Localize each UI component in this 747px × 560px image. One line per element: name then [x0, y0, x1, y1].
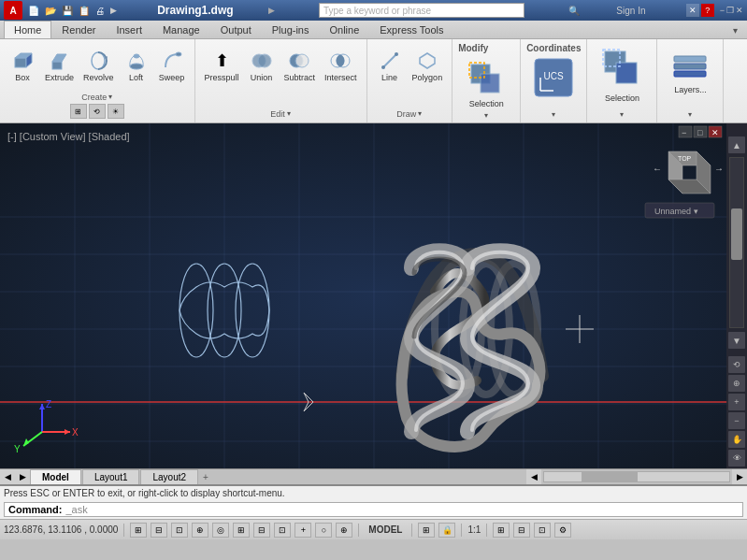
polar-btn[interactable]: ⊕ — [192, 523, 208, 538]
svg-rect-32 — [0, 123, 747, 468]
line-icon — [377, 48, 403, 74]
annotate-scale-btn[interactable]: ⊞ — [493, 523, 510, 538]
look-btn[interactable]: 👁 — [728, 450, 745, 467]
pan-down-btn[interactable]: ▼ — [728, 332, 745, 349]
sel-dropdown[interactable]: ▾ — [620, 110, 624, 119]
print-icon[interactable]: 🖨 — [95, 6, 105, 16]
transparency-btn[interactable]: ○ — [315, 523, 332, 538]
save-as-icon[interactable]: 📋 — [79, 6, 90, 16]
revolve-icon — [85, 48, 111, 74]
open-file-icon[interactable]: 📂 — [45, 6, 56, 16]
union-btn[interactable]: Union — [245, 45, 279, 86]
presspull-btn[interactable]: ⬆ Presspull — [201, 45, 243, 86]
nav-arrow-icon[interactable]: ▶ — [110, 6, 117, 15]
viewport-canvas[interactable]: Z X Y TOP ← → [-] [Custom View] [S — [0, 123, 747, 468]
snap-btn[interactable]: ⊞ — [130, 523, 147, 538]
wspace-btn[interactable]: ⊟ — [513, 523, 530, 538]
layers-dropdown[interactable]: ▾ — [688, 110, 692, 119]
lw-btn[interactable]: + — [294, 523, 311, 538]
svg-rect-31 — [674, 71, 706, 77]
zoom-out-btn[interactable]: − — [728, 412, 745, 429]
grid-btn[interactable]: ⊟ — [151, 523, 167, 538]
settings-btn[interactable]: ⚙ — [554, 523, 571, 538]
create-icon2[interactable]: ⟲ — [89, 104, 106, 119]
help-btn[interactable]: ? — [701, 4, 714, 17]
tab-area-scroll-right[interactable]: ▶ — [732, 469, 747, 484]
command-hint: _ask — [65, 504, 87, 515]
search-icon[interactable]: 🔍 — [568, 6, 580, 16]
model-mode[interactable]: MODEL — [365, 524, 406, 535]
tab-layout1[interactable]: Layout1 — [82, 469, 140, 484]
sweep-btn[interactable]: Sweep — [155, 45, 189, 86]
ducs-btn[interactable]: ⊟ — [253, 523, 270, 538]
box-btn[interactable]: Box — [6, 45, 39, 86]
horizontal-scrollbar[interactable] — [543, 471, 730, 482]
sign-in-btn[interactable]: Sign In — [616, 6, 645, 16]
draw-dropdown-arrow[interactable]: ▾ — [418, 109, 422, 118]
tab-home[interactable]: Home — [4, 21, 51, 38]
tab-insert[interactable]: Insert — [106, 21, 152, 38]
h-scrollbar-thumb[interactable] — [582, 472, 638, 481]
intersect-btn[interactable]: Intersect — [321, 45, 361, 86]
draw-group-label: Draw — [396, 109, 416, 119]
win-restore-btn[interactable]: ❐ — [726, 6, 734, 15]
scrollbar-thumb[interactable] — [731, 208, 742, 259]
tab-scroll-left-btn[interactable]: ◀ — [0, 469, 15, 484]
ortho-btn[interactable]: ⊡ — [171, 523, 188, 538]
revolve-btn[interactable]: Revolve — [79, 45, 118, 86]
coordinates-label: Coordinates — [526, 43, 581, 53]
scale-display: 1:1 — [467, 524, 481, 535]
zoom-in-btn[interactable]: + — [728, 394, 745, 410]
viewport-scale-btn[interactable]: ⊞ — [418, 523, 435, 538]
layers-btn[interactable]: Layers... — [665, 43, 715, 99]
create-icon1[interactable]: ⊞ — [70, 104, 87, 119]
loft-btn[interactable]: Loft — [120, 45, 153, 86]
viewport-lock-btn[interactable]: 🔒 — [438, 523, 455, 538]
selection-large-btn[interactable] — [593, 45, 651, 92]
svg-text:✕: ✕ — [711, 128, 719, 137]
new-file-icon[interactable]: 📄 — [28, 6, 39, 16]
ribbon-expand-btn[interactable]: ▾ — [727, 22, 743, 38]
zoom-btn[interactable]: ⊕ — [728, 375, 745, 392]
tab-manage[interactable]: Manage — [152, 21, 210, 38]
tab-layout2[interactable]: Layout2 — [140, 469, 198, 484]
selection-btn[interactable]: Selection — [458, 57, 514, 111]
dyn-btn[interactable]: ⊡ — [274, 523, 291, 538]
intersect-label: Intersect — [324, 74, 357, 83]
polygon-btn[interactable]: Polygon — [409, 45, 447, 86]
subtract-btn[interactable]: Subtract — [280, 45, 320, 86]
sel-cycle-btn[interactable]: ⊕ — [336, 523, 352, 538]
edit-dropdown-arrow[interactable]: ▾ — [287, 109, 291, 118]
pan-btn[interactable]: ✋ — [728, 431, 745, 448]
otrack-btn[interactable]: ⊞ — [233, 523, 250, 538]
modify-group: Modify Selection ▾ — [453, 39, 521, 122]
modify-dropdown[interactable]: ▾ — [458, 111, 514, 120]
win-close-btn[interactable]: ✕ — [736, 6, 743, 15]
tab-area-scroll-left[interactable]: ◀ — [526, 469, 541, 484]
pan-up-btn[interactable]: ▲ — [728, 136, 745, 153]
toolbar-btn[interactable]: ⊡ — [534, 523, 551, 538]
coord-dropdown[interactable]: ▾ — [552, 110, 555, 119]
tab-render[interactable]: Render — [51, 21, 106, 38]
orbit-btn[interactable]: ⟲ — [728, 356, 745, 373]
close-x-icon[interactable]: ✕ — [686, 4, 699, 17]
win-minimize-btn[interactable]: − — [720, 6, 725, 15]
tab-online[interactable]: Online — [319, 21, 369, 38]
osnap-btn[interactable]: ◎ — [212, 523, 229, 538]
save-icon[interactable]: 💾 — [62, 6, 73, 16]
create-icon3[interactable]: ☀ — [108, 104, 124, 119]
tab-plugins[interactable]: Plug-ins — [262, 21, 320, 38]
tab-express-tools[interactable]: Express Tools — [369, 21, 453, 38]
edit-buttons: ⬆ Presspull Union Subtract Intersect — [201, 43, 361, 108]
create-dropdown-arrow[interactable]: ▾ — [108, 93, 112, 101]
extrude-btn[interactable]: Extrude — [41, 45, 78, 86]
keyword-search-box[interactable]: Type a keyword or phrase — [319, 3, 524, 18]
vertical-scrollbar[interactable] — [729, 157, 744, 328]
tab-scroll-right-btn[interactable]: ▶ — [15, 469, 30, 484]
line-btn[interactable]: Line — [373, 45, 407, 86]
add-layout-btn[interactable]: + — [203, 472, 208, 482]
command-input-field[interactable]: Command: _ask — [4, 502, 743, 517]
tab-output[interactable]: Output — [210, 21, 262, 38]
selection-icon — [467, 60, 506, 99]
tab-model[interactable]: Model — [30, 469, 81, 484]
